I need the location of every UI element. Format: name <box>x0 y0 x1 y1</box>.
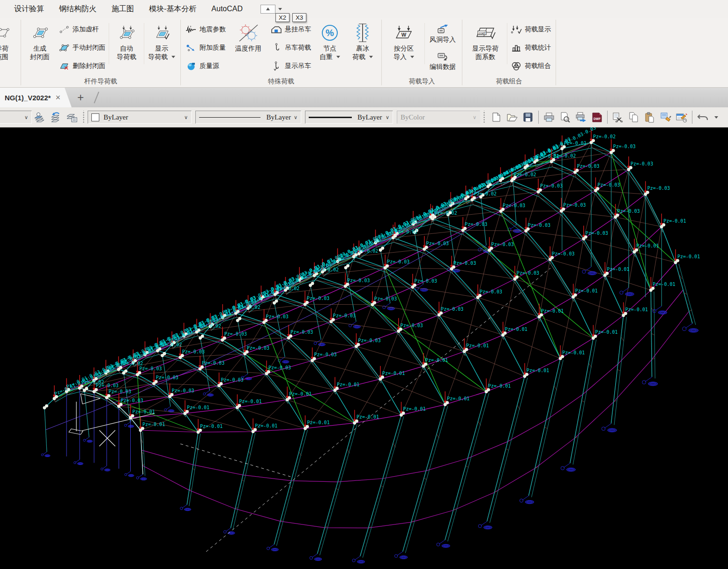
show-load-transfer-label-1: 显示 <box>155 44 168 52</box>
svg-text:Pz=-0.03: Pz=-0.03 <box>617 209 640 214</box>
drawing-viewport[interactable]: Pz=-0.01-0.03-0.03-0.03-0.03Pz=-0.01-0.0… <box>0 127 728 569</box>
temperature-action-button[interactable]: 温度作用 <box>228 19 268 76</box>
svg-text:Pz=-0.03: Pz=-0.03 <box>290 329 313 335</box>
layer-previous-button[interactable] <box>48 110 64 125</box>
svg-text:Pz=-0.01: Pz=-0.01 <box>636 243 659 248</box>
show-crane-button[interactable]: 显示吊车 <box>268 59 313 73</box>
copy-button[interactable] <box>626 110 642 125</box>
svg-text:Pz=-0.01: Pz=-0.01 <box>625 307 648 312</box>
generate-closed-surface-button[interactable]: 生成 封闭面 <box>23 19 56 76</box>
add-virtual-member-button[interactable]: 添加虚杆 <box>56 22 108 37</box>
file-tab[interactable]: NG(1)_V2022* × <box>0 88 72 107</box>
load-statistics-button[interactable]: 荷载统计 <box>508 41 553 55</box>
crane-load-button[interactable]: 吊车荷载 <box>268 41 313 55</box>
color-dropdown[interactable]: ByLayer ∨ <box>88 111 192 124</box>
undo-dropdown-button[interactable] <box>711 110 719 125</box>
node-self-weight-button[interactable]: % 节点 自重 <box>313 19 346 76</box>
import-by-zone-button[interactable]: W 按分区 导入 <box>384 19 423 76</box>
drawing-canvas[interactable]: Pz=-0.01-0.03-0.03-0.03-0.03Pz=-0.01-0.0… <box>0 127 728 569</box>
svg-text:Pz=-0.01: Pz=-0.01 <box>447 396 469 401</box>
menu-tab-steel-fireproof[interactable]: 钢结构防火 <box>52 0 104 18</box>
ice-load-button[interactable]: 裹冰 荷载 <box>346 19 379 76</box>
svg-text:Pz=-0.01: Pz=-0.01 <box>488 383 511 389</box>
import-by-zone-label-1: 按分区 <box>394 44 414 52</box>
svg-text:Pz=-0.03: Pz=-0.03 <box>631 161 653 166</box>
show-load-surface-coef-button[interactable]: coef 显示导荷 面系数 <box>465 19 506 76</box>
auto-load-transfer-label-2: 导荷载 <box>117 52 136 61</box>
load-range-button[interactable]: 导荷 范围 <box>0 19 18 76</box>
load-range-label-2: 范围 <box>0 52 8 61</box>
svg-text:Pz=-0.01: Pz=-0.01 <box>595 329 617 335</box>
svg-text:Pz=-0.03: Pz=-0.03 <box>552 251 574 256</box>
layer-make-current-button[interactable] <box>32 110 48 125</box>
menu-tab-module-basic-analysis[interactable]: 模块-基本分析 <box>141 0 204 18</box>
show-load-transfer-button[interactable]: 显示 导荷载 <box>145 19 178 76</box>
svg-text:Pz=-0.01: Pz=-0.01 <box>575 288 598 293</box>
menu-bar: 设计验算 钢结构防火 施工图 模块-基本分析 AutoCAD X2 X3 <box>0 0 728 18</box>
load-statistics-icon <box>511 44 522 52</box>
additional-mass-button[interactable]: 附加质量 <box>183 41 228 55</box>
print-preview-button[interactable] <box>557 110 573 125</box>
special-small-buttons-2: 悬挂吊车 吊车荷载 显示吊车 <box>268 19 313 76</box>
show-crane-label: 显示吊车 <box>285 62 311 70</box>
toolbar-separator <box>607 111 608 124</box>
temperature-action-icon <box>238 22 259 44</box>
show-load-surface-coef-icon: coef <box>474 22 497 44</box>
undo-icon <box>697 112 709 122</box>
edit-attributes-button[interactable] <box>674 110 690 125</box>
new-file-button[interactable] <box>488 110 504 125</box>
svg-text:DWF: DWF <box>594 117 601 120</box>
layer-filter-dropdown[interactable]: ∨ <box>0 111 32 124</box>
menu-tab-design-check[interactable]: 设计验算 <box>7 0 52 18</box>
menu-tab-construction-drawing[interactable]: 施工图 <box>104 0 141 18</box>
toolbar-drag-handle[interactable] <box>483 111 486 124</box>
in-panel-separator <box>109 23 109 64</box>
ribbon-collapse-caret-icon[interactable] <box>278 8 282 10</box>
wind-tunnel-import-label: 风洞导入 <box>430 36 456 44</box>
save-button[interactable] <box>520 110 536 125</box>
mass-source-button[interactable]: 质量源 <box>183 59 228 73</box>
edit-data-button[interactable]: 编辑数据 <box>426 48 460 75</box>
load-combination-button[interactable]: 荷载组合 <box>508 59 553 73</box>
eplot-button[interactable] <box>573 110 589 125</box>
layer-states-button[interactable] <box>64 110 80 125</box>
svg-text:Pz=-0.03: Pz=-0.03 <box>426 241 449 246</box>
load-display-button[interactable]: 荷载显示 <box>508 22 553 37</box>
svg-text:Pz=-0.01: Pz=-0.01 <box>505 327 527 332</box>
in-panel-separator <box>507 23 507 64</box>
show-load-transfer-label-2: 导荷载 <box>148 52 168 61</box>
menu-tab-autocad[interactable]: AutoCAD <box>204 0 250 18</box>
svg-text:Pz=-0.01: Pz=-0.01 <box>337 382 359 387</box>
svg-text:Pz=-0.03: Pz=-0.03 <box>401 323 423 328</box>
tab-slash-divider <box>94 92 99 104</box>
open-file-button[interactable] <box>504 110 520 125</box>
auto-load-transfer-button[interactable]: 自动 导荷载 <box>110 19 143 76</box>
cut-button[interactable] <box>610 110 626 125</box>
print-button[interactable] <box>541 110 557 125</box>
match-properties-button[interactable] <box>658 110 674 125</box>
manual-closed-surface-label: 手动封闭面 <box>73 44 105 52</box>
svg-text:Pz=-0.03: Pz=-0.03 <box>224 331 247 337</box>
tab-close-icon[interactable]: × <box>55 93 60 102</box>
lineweight-dropdown[interactable]: ByLayer ∨ <box>305 111 393 124</box>
ribbon-collapse-button[interactable] <box>260 5 275 14</box>
chevron-down-icon <box>714 116 718 119</box>
svg-text:Pz=-0.03: Pz=-0.03 <box>221 377 244 382</box>
dwf-export-button[interactable]: DWF <box>589 110 605 125</box>
manual-closed-surface-button[interactable]: 手动封闭面 <box>56 41 108 55</box>
toolbar-drag-handle[interactable] <box>82 111 85 124</box>
delete-closed-surface-button[interactable]: 删除封闭面 <box>56 59 108 73</box>
ribbon: 导荷 范围 生成 封闭面 添加虚杆 <box>0 18 728 88</box>
show-load-surface-coef-label-2: 面系数 <box>475 52 495 61</box>
undo-button[interactable] <box>695 110 711 125</box>
suspended-crane-button[interactable]: 悬挂吊车 <box>268 22 313 37</box>
paste-button[interactable] <box>642 110 658 125</box>
new-tab-button[interactable]: + <box>72 88 89 107</box>
linetype-dropdown[interactable]: ByLayer ∨ <box>195 111 301 124</box>
open-file-icon <box>506 112 518 122</box>
svg-text:Pz=-0.03: Pz=-0.03 <box>347 278 370 283</box>
match-properties-icon <box>660 112 671 122</box>
seismic-parameters-button[interactable]: 地震参数 <box>183 22 228 37</box>
svg-text:Pz=-0.03: Pz=-0.03 <box>182 349 205 354</box>
wind-tunnel-import-button[interactable]: 风洞导入 <box>426 21 460 48</box>
